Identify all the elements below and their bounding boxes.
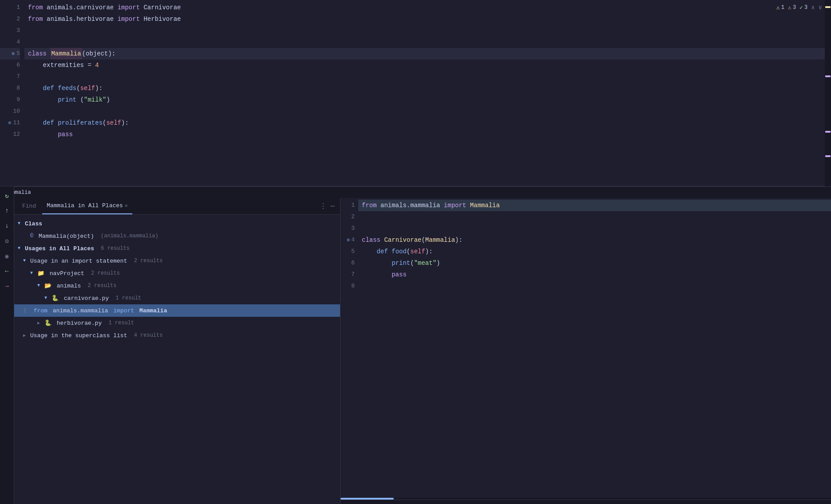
scrollbar-mark-purple3 xyxy=(825,155,831,157)
preview-gutter-8: 8 xyxy=(340,280,355,292)
left-arrow-sidebar-icon[interactable]: ← xyxy=(1,265,13,277)
chevron-superclass: ▶ xyxy=(23,333,28,338)
ok-count: 3 xyxy=(804,4,807,11)
preview-line-8 xyxy=(358,280,831,292)
code-line-3 xyxy=(24,25,831,36)
warning-count: 1 xyxy=(781,4,784,11)
chevron-herbivorae: ▶ xyxy=(37,320,43,326)
usages-section-header[interactable]: ▼ Usages in All Places 6 results xyxy=(14,242,340,255)
code-line-2: from animals.herbivorae import Herbivora… xyxy=(24,13,831,25)
sidebar-icons: ↻ ↑ ↓ ⚙ ◉ ← → xyxy=(0,186,14,504)
animals-folder-item[interactable]: ▼ 📂 animals 2 results xyxy=(14,280,340,292)
warning-status[interactable]: ⚠ 1 xyxy=(776,4,784,11)
code-line-7 xyxy=(24,71,831,83)
gear-sidebar-icon[interactable]: ⚙ xyxy=(1,235,13,247)
code-area[interactable]: from animals.carnivorae import Carnivora… xyxy=(24,0,831,186)
gutter-line-10: 10 xyxy=(0,106,20,117)
code-line-12: pass xyxy=(24,129,831,140)
preview-gutter-6: 6 xyxy=(340,257,355,269)
up-icon: ↑ xyxy=(5,207,8,214)
preview-line-7: pass xyxy=(358,269,831,280)
python-icon-herbivorae: 🐍 xyxy=(44,319,51,327)
chevron-usages: ▼ xyxy=(18,246,23,251)
carnivorae-file-item[interactable]: ▼ 🐍 carnivorae.py 1 result xyxy=(14,292,340,304)
refresh-icon: ↻ xyxy=(5,192,8,200)
arrow-down-sidebar-icon[interactable]: ↓ xyxy=(1,220,13,232)
preview-gutter-2: 2 xyxy=(340,211,355,223)
right-arrow-icon: → xyxy=(5,283,8,290)
gutter-line-8: 8 xyxy=(0,83,20,94)
find-results-tree[interactable]: ▼ Class © Mammalia(object) (animals.mamm… xyxy=(14,215,340,504)
preview-line-4: class Carnivorae ( Mammalia ): xyxy=(358,234,831,246)
breadcrumb: Mammalia xyxy=(0,186,831,198)
gutter-line-12: 12 xyxy=(0,129,20,140)
result-carnivorae-import[interactable]: 1 from animals.mammalia import Mammalia xyxy=(14,304,340,317)
usage-superclass-header[interactable]: ▶ Usage in the superclass list 4 results xyxy=(14,329,340,342)
panel-header-actions: ⋮ — xyxy=(320,202,336,211)
class-icon: © xyxy=(30,233,33,239)
close-tab-button[interactable]: ✕ xyxy=(125,202,128,209)
right-arrow-sidebar-icon[interactable]: → xyxy=(1,280,13,292)
gutter-line-3: 3 xyxy=(0,25,20,36)
code-line-6: extremities = 4 xyxy=(24,59,831,71)
gutter-line-2: 2 xyxy=(0,13,20,25)
chevron-import: ▼ xyxy=(23,258,28,264)
preview-gutter-4: ⊙ 4 xyxy=(340,234,355,246)
preview-line-6: print ( "meat" ) xyxy=(358,257,831,269)
minimize-panel-button[interactable]: — xyxy=(330,202,335,210)
scrollbar-mark-purple2 xyxy=(825,131,831,133)
preview-line-numbers: 1 2 3 ⊙ 4 5 6 7 8 xyxy=(340,198,358,498)
code-line-1: from animals.carnivorae import Carnivora… xyxy=(24,2,831,13)
code-line-10 xyxy=(24,106,831,117)
chevron-navproject: ▼ xyxy=(30,271,36,276)
bottom-panel: ↻ ↑ ↓ ⚙ ◉ ← → Find Mammalia in All Place… xyxy=(0,198,831,504)
error-icon: ⚠ xyxy=(788,4,791,11)
warning-icon: ⚠ xyxy=(776,4,780,11)
gutter-line-9: 9 xyxy=(0,94,20,106)
error-count: 3 xyxy=(793,4,796,11)
find-panel-tabs: Find Mammalia in All Places ✕ ⋮ — xyxy=(14,198,340,215)
line-numbers: 1 2 3 4 ⊙ 5 6 7 8 9 10 ⊙ 11 12 xyxy=(0,0,24,186)
navproject-item[interactable]: ▼ 📁 navProject 2 results xyxy=(14,267,340,280)
mini-scrollbar xyxy=(825,0,831,186)
arrow-up-sidebar-icon[interactable]: ↑ xyxy=(1,205,13,217)
glyph-preview-4: ⊙ xyxy=(347,234,350,246)
python-icon-carnivorae: 🐍 xyxy=(51,295,59,302)
eye-icon: ◉ xyxy=(5,252,8,260)
scrollbar-mark-purple xyxy=(825,75,831,77)
preview-line-3 xyxy=(358,223,831,234)
herbivorae-file-item[interactable]: ▶ 🐍 herbivorae.py 1 result xyxy=(14,317,340,329)
refresh-sidebar-icon[interactable]: ↻ xyxy=(1,190,13,201)
code-line-11: def proliferates ( self ): xyxy=(24,117,831,129)
tab-find-usages[interactable]: Mammalia in All Places ✕ xyxy=(42,198,132,214)
scrollbar-mark-warning xyxy=(825,6,831,8)
gutter-line-6: 6 xyxy=(0,59,20,71)
usage-import-header[interactable]: ▼ Usage in an import statement 2 results xyxy=(14,255,340,267)
tab-find[interactable]: Find xyxy=(18,198,40,214)
preview-line-5: def food ( self ): xyxy=(358,246,831,257)
folder-icon-animals: 📂 xyxy=(44,282,51,289)
gutter-line-5: ⊙ 5 xyxy=(0,48,20,59)
preview-line-2 xyxy=(358,211,831,223)
preview-code-area[interactable]: 1 2 3 ⊙ 4 5 6 7 8 from animals.mammalia … xyxy=(340,198,831,498)
gutter-line-7: 7 xyxy=(0,71,20,83)
scroll-up-button[interactable]: ∧ xyxy=(811,4,815,11)
preview-tabs: Preview Call Hierarchy xyxy=(340,500,831,504)
preview-panel: 1 2 3 ⊙ 4 5 6 7 8 from animals.mammalia … xyxy=(340,198,831,504)
find-panel: Find Mammalia in All Places ✕ ⋮ — ▼ Clas… xyxy=(14,198,340,504)
down-icon: ↓ xyxy=(5,222,8,229)
scroll-down-button[interactable]: ∨ xyxy=(819,4,822,11)
more-options-button[interactable]: ⋮ xyxy=(320,202,327,211)
preview-gutter-3: 3 xyxy=(340,223,355,234)
class-section-header[interactable]: ▼ Class xyxy=(14,217,340,230)
left-arrow-icon: ← xyxy=(5,268,8,275)
preview-gutter-7: 7 xyxy=(340,269,355,280)
code-line-5: class Mammalia (object): xyxy=(24,48,831,59)
eye-sidebar-icon[interactable]: ◉ xyxy=(1,250,13,262)
mammalia-object-item[interactable]: © Mammalia(object) (animals.mammalia) xyxy=(14,230,340,242)
ok-status[interactable]: ✓ 3 xyxy=(799,4,807,11)
glyph-5: ⊙ xyxy=(12,48,15,59)
code-line-9: print ( "milk" ) xyxy=(24,94,831,106)
error-status[interactable]: ⚠ 3 xyxy=(788,4,796,11)
preview-line-1: from animals.mammalia import Mammalia xyxy=(358,200,831,211)
